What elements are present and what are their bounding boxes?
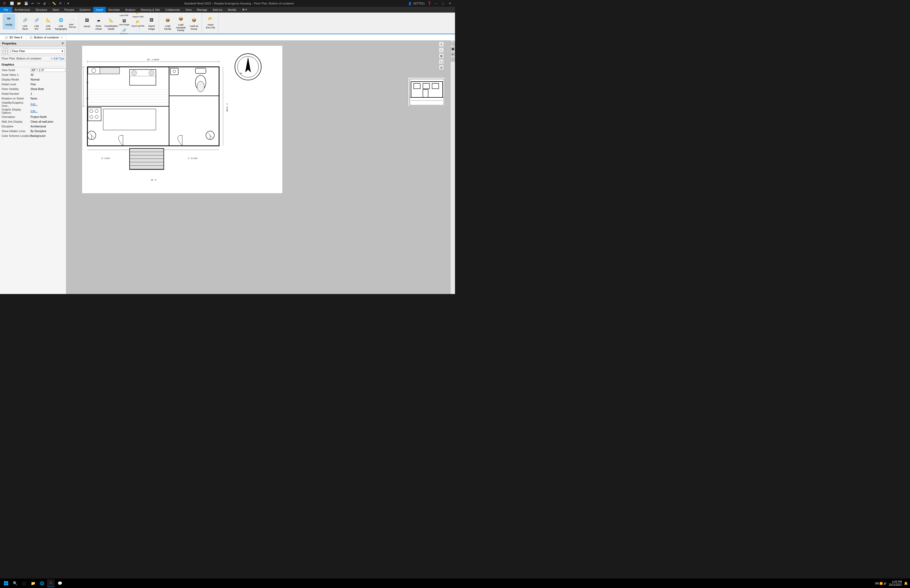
graphics-section-title: Graphics: [2, 62, 65, 67]
menu-structure[interactable]: Structure: [33, 7, 50, 12]
prop-label-detail-level: Detail Level: [2, 82, 31, 86]
edit-type-link[interactable]: Edit Type: [53, 57, 65, 60]
qa-open[interactable]: 📂: [16, 1, 22, 6]
menu-analyze[interactable]: Analyze: [123, 7, 138, 12]
ribbon-btn-load-autodesk-family[interactable]: 📦 Load AutodeskFamily: [174, 14, 187, 32]
menu-modify[interactable]: Modify: [225, 7, 239, 12]
floor-plan-name-row: Floor Plan: Bottom of container ▾ Edit T…: [0, 56, 66, 61]
link-revit-label: LinkRevit: [23, 25, 28, 31]
menu-file[interactable]: File: [0, 7, 12, 12]
prop-value-view-scale[interactable]: [31, 68, 66, 72]
titlebar-left: R ⬜ 📂 💾 ↩ ↪ 🖨 | 📏 A | ▾: [2, 1, 70, 6]
ribbon-btn-import-gbxml[interactable]: 📂 Import gbXML: [130, 19, 145, 27]
svg-text:2' - 5 11/16": 2' - 5 11/16": [188, 157, 198, 159]
ribbon-btn-insert-from-file[interactable]: 📂 Insertfrom File: [204, 14, 217, 30]
prop-val-color-scheme: Background: [31, 134, 65, 137]
menu-addins[interactable]: Add-Ins: [210, 7, 225, 12]
qa-text[interactable]: A: [58, 1, 62, 6]
right-sidebar: 🔍 ⬛ ⊞ 3: [450, 40, 455, 294]
menu-annotate[interactable]: Annotate: [105, 7, 123, 12]
right-btn-expand[interactable]: ⬛: [451, 47, 455, 51]
prop-label-discipline: Discipline: [2, 125, 31, 128]
ribbon-btn-link-revit[interactable]: 🔗 LinkRevit: [19, 15, 31, 31]
ribbon-btn-link-cad[interactable]: 📐 LinkCAD: [42, 15, 54, 31]
steering-wheel-btn[interactable]: ◎: [439, 65, 444, 70]
ribbon-btn-link-topography[interactable]: 🌐 LinkTopography: [54, 15, 68, 31]
qa-more[interactable]: ▾: [66, 1, 70, 6]
menu-view[interactable]: View: [183, 7, 194, 12]
menu-precast[interactable]: Precast: [61, 7, 77, 12]
ribbon-btn-load-as-group[interactable]: 📦 Load asGroup: [187, 15, 200, 31]
ribbon-btn-link-ifc[interactable]: 🔗 LinkIFC: [31, 15, 42, 31]
qa-new[interactable]: ⬜: [9, 1, 15, 6]
right-btn-collapse[interactable]: ⊞: [451, 52, 455, 57]
svg-text:20' - 1 15/16": 20' - 1 15/16": [147, 58, 159, 61]
svg-rect-33: [103, 109, 156, 130]
help-icon[interactable]: ❓: [426, 1, 432, 6]
tab-3d-view-6[interactable]: ⬜ 3D View 6: [1, 35, 26, 40]
ribbon-btn-coordination-model[interactable]: 📐 CoordinationModel: [104, 15, 118, 31]
zoom-out-btn[interactable]: −: [439, 47, 444, 53]
qa-save[interactable]: 💾: [23, 1, 29, 6]
ribbon-btn-import-pdf[interactable]: 📄 Import PDF: [130, 28, 145, 34]
load-autodesk-family-icon: 📦: [176, 15, 185, 23]
menu-collaborate[interactable]: Collaborate: [163, 7, 183, 12]
menu-extra[interactable]: 🖥 ▾: [239, 7, 250, 12]
link-cad-label: LinkCAD: [45, 25, 50, 31]
qa-undo[interactable]: ↩: [30, 1, 35, 6]
qa-measure[interactable]: 📏: [51, 1, 57, 6]
tab-fp-label: Bottom of container: [34, 36, 59, 39]
qa-redo[interactable]: ↪: [36, 1, 41, 6]
ribbon-btn-import-image[interactable]: 🖼 ImportImage: [145, 15, 157, 31]
ribbon-btn-dwf-markup[interactable]: 📄 DWFMarkup: [68, 18, 77, 29]
floor-plan-name: Floor Plan: Bottom of container: [2, 57, 50, 60]
prop-val-graphic-display[interactable]: Edit...: [31, 110, 65, 113]
tab-3d-icon: ⬜: [5, 36, 8, 39]
window-close[interactable]: ✕: [447, 1, 453, 6]
ribbon-group-modify: ✏ Modify: [1, 13, 17, 33]
prop-val-orientation: Project North: [31, 115, 65, 118]
canvas-area[interactable]: 20' - 1 15/16": [66, 40, 450, 294]
right-btn-search[interactable]: 🔍: [451, 42, 455, 46]
ribbon-btn-load-family[interactable]: 📦 LoadFamily: [161, 15, 174, 31]
revit-logo[interactable]: R: [2, 1, 7, 6]
menu-manage[interactable]: Manage: [194, 7, 210, 12]
menu-steel[interactable]: Steel: [50, 7, 61, 12]
tab-bottom-of-container[interactable]: ⬜ Bottom of container ✕: [26, 35, 66, 40]
menu-massing[interactable]: Massing & Site: [138, 7, 162, 12]
load-family-label: LoadFamily: [164, 25, 171, 31]
link-cad-icon: 📐: [44, 16, 52, 24]
zoom-in-btn[interactable]: +: [439, 42, 444, 47]
ribbon-btn-modify[interactable]: ✏ Modify: [3, 14, 15, 29]
ribbon-btn-link-pdf[interactable]: 📄 Link PDF: [118, 13, 130, 17]
menu-systems[interactable]: Systems: [77, 7, 93, 12]
floor-plan-type-value[interactable]: Floor Plan ▾: [11, 49, 65, 54]
prop-parts-visibility: Parts Visibility Show Both: [2, 87, 65, 91]
zoom-fit-btn[interactable]: ⊞: [439, 53, 444, 58]
menu-architecture[interactable]: Architecture: [12, 7, 33, 12]
prop-discipline: Discipline Architectural: [2, 124, 65, 129]
properties-close-btn[interactable]: ✕: [61, 42, 64, 45]
ribbon-btn-import-cad[interactable]: 📂 Import CAD: [130, 13, 145, 18]
qa-print[interactable]: 🖨: [42, 1, 47, 6]
prop-val-display-model: Normal: [31, 78, 65, 81]
prop-label-rotation-on-sheet: Rotation on Sheet: [2, 97, 31, 100]
menu-insert[interactable]: Insert: [93, 7, 106, 12]
ribbon-btn-manage-links[interactable]: 🔗 ManageLinks: [118, 27, 130, 34]
svg-rect-24: [88, 108, 101, 121]
right-btn-3d[interactable]: 3: [451, 57, 455, 61]
view-cube-btn[interactable]: ⬚: [439, 59, 444, 64]
ribbon-btn-point-cloud[interactable]: ☁ PointCloud: [93, 15, 104, 31]
ribbon-btn-decal[interactable]: 🖼 Decal: [81, 15, 93, 31]
ribbon-group-link: 🔗 LinkRevit 🔗 LinkIFC 📐 LinkCAD 🌐 LinkTo…: [18, 13, 79, 33]
prop-val-vg-overrides[interactable]: Edit...: [31, 103, 65, 106]
window-maximize[interactable]: □: [441, 1, 446, 6]
floor-plan-type-dropdown[interactable]: Floor Plan ▾: [11, 49, 65, 54]
window-minimize[interactable]: –: [434, 1, 439, 6]
ribbon-btn-link-image[interactable]: 🖼 Link Image: [118, 18, 130, 26]
floor-plan-selector: Floor Plan ▾: [0, 46, 66, 56]
prop-label-orientation: Orientation: [2, 115, 31, 118]
tab-close-btn[interactable]: ✕: [61, 36, 63, 39]
app-title: Autodesk Revit 2023 – Respite Emergency …: [70, 2, 408, 5]
svg-rect-69: [410, 79, 444, 105]
